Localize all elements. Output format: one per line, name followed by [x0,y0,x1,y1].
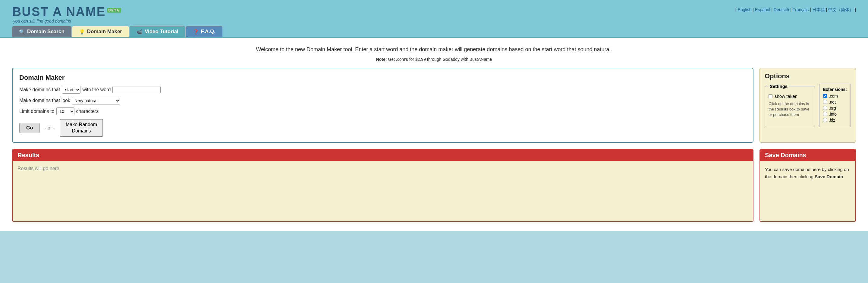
extensions-title: Extensions: [823,87,847,92]
lang-espanol[interactable]: Español [755,7,770,12]
note-content: Get .com's for $2.99 through Godaddy wit… [388,57,492,62]
show-taken-label: show taken [775,94,798,99]
lang-francais[interactable]: Français [793,7,809,12]
welcome-text: Welcome to the new Domain Maker tool. En… [12,45,856,54]
row1-middle: with the word [82,87,111,93]
extensions-panel: Extensions: .com .net .org [819,84,851,127]
random-button[interactable]: Make RandomDomains [60,119,103,137]
or-text: - or - [44,125,55,131]
settings-note: Click on the domains in the Results box … [769,101,811,118]
start-end-select[interactable]: start end [62,86,81,94]
ext-org-checkbox[interactable] [823,106,827,110]
tab-domain-maker[interactable]: 💡 Domain Maker [72,26,129,37]
show-taken-checkbox[interactable] [769,94,772,98]
header-top: BUST A NAMEBETA you can still find good … [0,3,868,26]
tool-layout: Domain Maker Make domains that start end… [12,68,856,143]
logo-text: BUST A NAME [12,4,106,19]
look-select[interactable]: very natural natural somewhat natural an… [72,97,120,104]
ext-biz-label: .biz [829,118,835,122]
tab-video-tutorial-label: Video Tutorial [145,29,179,35]
row2-prefix: Make domains that look [19,98,70,103]
ext-com-label: .com [829,94,838,99]
video-icon: 📹 [136,29,143,35]
ext-biz-checkbox[interactable] [823,118,827,122]
go-row: Go - or - Make RandomDomains [19,119,746,137]
save-text-after: . [843,174,844,179]
lang-english[interactable]: English [738,7,752,12]
search-icon: 🔍 [19,29,25,35]
results-body: Results will go here [13,161,753,221]
options-box: Options Settings show taken Click on the… [760,68,856,143]
tab-domain-maker-label: Domain Maker [87,29,122,35]
save-body: You can save domains here by clicking on… [760,161,855,221]
note-label: Note: [376,57,387,62]
bottom-layout: Results Results will go here Save Domain… [12,149,856,222]
ext-net-label: .net [829,100,836,104]
ext-org: .org [823,106,847,110]
tab-domain-search-label: Domain Search [27,29,64,35]
show-taken-row: show taken [769,94,811,99]
tab-domain-search[interactable]: 🔍 Domain Search [12,26,71,37]
word-input[interactable] [113,86,161,93]
domain-maker-title: Domain Maker [19,74,746,81]
lang-chinese[interactable]: 中文（简体） [828,7,854,12]
results-header: Results [13,149,753,161]
lang-deutsch[interactable]: Deutsch [774,7,789,12]
header: BUST A NAMEBETA you can still find good … [0,0,868,38]
question-icon: ❓ [193,29,199,35]
options-inner: Settings show taken Click on the domains… [765,84,851,127]
ext-net-checkbox[interactable] [823,100,827,104]
nav-tabs: 🔍 Domain Search 💡 Domain Maker 📹 Video T… [0,26,868,37]
results-placeholder: Results will go here [18,166,59,171]
ext-com-checkbox[interactable] [823,94,827,98]
logo-tagline: you can still find good domains [13,19,121,24]
lang-japanese[interactable]: 日本語 [812,7,825,12]
results-box: Results Results will go here [12,149,753,222]
language-nav: [ English | Español | Deutsch | Français… [735,7,856,13]
row1-prefix: Make domains that [19,87,60,93]
options-title: Options [765,72,851,80]
logo: BUST A NAMEBETA [12,5,121,18]
go-button[interactable]: Go [19,123,40,133]
row3-suffix: characters [76,109,99,114]
save-highlight: Save Domain [815,174,843,179]
ext-com: .com [823,94,847,99]
settings-panel: Settings show taken Click on the domains… [765,84,815,127]
form-row-3: Limit domains to 56789 101112131415 char… [19,107,746,115]
note-text: Note: Get .com's for $2.99 through Godad… [12,57,856,62]
ext-info-label: .info [829,112,837,116]
main-content: Welcome to the new Domain Maker tool. En… [0,38,868,231]
ext-info: .info [823,112,847,116]
ext-org-label: .org [829,106,836,110]
settings-title: Settings [769,84,789,89]
ext-info-checkbox[interactable] [823,112,827,116]
logo-area: BUST A NAMEBETA you can still find good … [12,5,121,24]
settings-inner: show taken [769,94,811,99]
ext-net: .net [823,100,847,104]
tab-faq-label: F.A.Q. [201,29,216,35]
form-row-2: Make domains that look very natural natu… [19,97,746,104]
bulb-icon: 💡 [79,29,85,35]
ext-biz: .biz [823,118,847,122]
beta-badge: BETA [107,8,121,13]
domain-maker-box: Domain Maker Make domains that start end… [12,68,753,143]
save-header: Save Domains [760,149,855,161]
chars-select[interactable]: 56789 101112131415 [56,107,74,115]
save-domains-box: Save Domains You can save domains here b… [760,149,856,222]
row3-prefix: Limit domains to [19,109,55,114]
tab-faq[interactable]: ❓ F.A.Q. [186,26,222,37]
tab-video-tutorial[interactable]: 📹 Video Tutorial [130,26,185,37]
form-row-1: Make domains that start end with the wor… [19,86,746,94]
